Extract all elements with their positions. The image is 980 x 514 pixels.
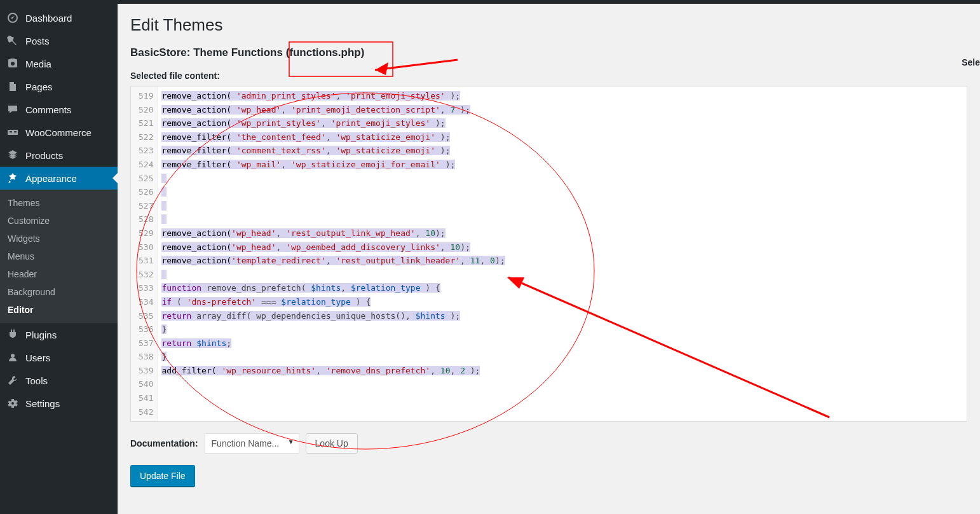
code-line[interactable]: remove_filter( 'comment_text_rss', 'wp_s… bbox=[161, 144, 963, 158]
code-line[interactable] bbox=[161, 268, 963, 282]
code-line[interactable]: function remove_dns_prefetch( $hints, $r… bbox=[161, 281, 963, 295]
submenu-item-widgets[interactable]: Widgets bbox=[0, 230, 118, 247]
code-line[interactable]: remove_action( 'wp_print_styles', 'print… bbox=[161, 116, 963, 130]
line-number: 527 bbox=[139, 199, 153, 213]
code-line[interactable]: add_filter( 'wp_resource_hints', 'remove… bbox=[161, 364, 963, 378]
sidebar-item-settings[interactable]: Settings bbox=[0, 392, 118, 415]
line-number: 538 bbox=[139, 350, 153, 364]
code-line[interactable]: remove_action( 'wp_head', 'print_emoji_d… bbox=[161, 103, 963, 117]
documentation-row: Documentation: Function Name... Look Up bbox=[130, 433, 967, 454]
documentation-label: Documentation: bbox=[130, 438, 198, 448]
line-number: 532 bbox=[139, 268, 153, 282]
line-number: 536 bbox=[139, 323, 153, 337]
sidebar-item-products[interactable]: Products bbox=[0, 144, 118, 167]
line-number: 535 bbox=[139, 309, 153, 323]
sidebar-item-posts[interactable]: Posts bbox=[0, 29, 118, 52]
line-number: 523 bbox=[139, 144, 153, 158]
code-line[interactable]: return $hints; bbox=[161, 337, 963, 351]
line-number: 530 bbox=[139, 240, 153, 254]
file-title: BasicStore: Theme Functions (functions.p… bbox=[130, 46, 967, 59]
admin-sidebar: DashboardPostsMediaPagesCommentsWooComme… bbox=[0, 4, 118, 514]
sidebar-item-label: Dashboard bbox=[25, 13, 72, 24]
line-number: 522 bbox=[139, 130, 153, 144]
line-number: 519 bbox=[139, 89, 153, 103]
sidebar-item-label: Products bbox=[25, 150, 63, 161]
sidebar-item-label: Tools bbox=[25, 375, 48, 386]
sidebar-item-plugins[interactable]: Plugins bbox=[0, 323, 118, 346]
sidebar-item-pages[interactable]: Pages bbox=[0, 75, 118, 98]
code-line[interactable]: remove_action('wp_head', 'wp_oembed_add_… bbox=[161, 240, 963, 254]
code-line[interactable]: remove_action('wp_head', 'rest_output_li… bbox=[161, 226, 963, 240]
main-content: Edit Themes BasicStore: Theme Functions … bbox=[118, 4, 980, 514]
line-number: 540 bbox=[139, 377, 153, 391]
line-number: 531 bbox=[139, 254, 153, 268]
code-line[interactable] bbox=[161, 172, 963, 186]
code-line[interactable] bbox=[161, 212, 963, 226]
appearance-icon bbox=[6, 172, 19, 184]
line-number: 529 bbox=[139, 226, 153, 240]
line-number: 528 bbox=[139, 212, 153, 226]
update-file-button[interactable]: Update File bbox=[130, 465, 195, 487]
sidebar-item-comments[interactable]: Comments bbox=[0, 98, 118, 121]
code-line[interactable]: if ( 'dns-prefetch' === $relation_type )… bbox=[161, 295, 963, 309]
sidebar-item-dashboard[interactable]: Dashboard bbox=[0, 6, 118, 29]
sidebar-item-label: Plugins bbox=[25, 330, 57, 340]
sidebar-item-users[interactable]: Users bbox=[0, 346, 118, 369]
submenu-item-background[interactable]: Background bbox=[0, 283, 118, 301]
submenu-item-themes[interactable]: Themes bbox=[0, 194, 118, 212]
line-number: 526 bbox=[139, 185, 153, 199]
svg-line-2 bbox=[375, 60, 458, 70]
line-number: 524 bbox=[139, 158, 153, 172]
plugins-icon bbox=[6, 328, 19, 341]
code-line[interactable]: remove_action( 'admin_print_styles', 'pr… bbox=[161, 89, 963, 103]
sidebar-item-label: WooCommerce bbox=[25, 127, 92, 138]
code-editor[interactable]: 5195205215225235245255265275285295305315… bbox=[130, 86, 967, 422]
sidebar-item-tools[interactable]: Tools bbox=[0, 369, 118, 392]
pin-icon bbox=[6, 34, 19, 47]
code-line[interactable] bbox=[161, 377, 963, 391]
tools-icon bbox=[6, 374, 19, 387]
pages-icon bbox=[6, 80, 19, 93]
function-select[interactable]: Function Name... bbox=[205, 433, 299, 454]
code-line[interactable] bbox=[161, 199, 963, 213]
line-number: 521 bbox=[139, 116, 153, 130]
content-label: Selected file content: bbox=[130, 71, 967, 81]
line-gutter: 5195205215225235245255265275285295305315… bbox=[131, 87, 158, 421]
sidebar-item-label: Pages bbox=[25, 81, 53, 92]
code-line[interactable]: remove_action('template_redirect', 'rest… bbox=[161, 254, 963, 268]
code-line[interactable] bbox=[161, 405, 963, 419]
code-line[interactable] bbox=[161, 185, 963, 199]
dashboard-icon bbox=[6, 11, 19, 24]
sidebar-item-label: Posts bbox=[25, 36, 50, 46]
sidebar-item-media[interactable]: Media bbox=[0, 52, 118, 75]
sidebar-item-woocommerce[interactable]: WooCommerce bbox=[0, 121, 118, 144]
select-theme-label: Sele bbox=[962, 57, 980, 67]
appearance-submenu: ThemesCustomizeWidgetsMenusHeaderBackgro… bbox=[0, 190, 118, 323]
submenu-item-editor[interactable]: Editor bbox=[0, 301, 118, 319]
code-line[interactable]: remove_filter( 'wp_mail', 'wp_staticize_… bbox=[161, 158, 963, 172]
page-title: Edit Themes bbox=[130, 15, 967, 35]
comments-icon bbox=[6, 103, 19, 116]
code-line[interactable]: } bbox=[161, 350, 963, 364]
media-icon bbox=[6, 57, 19, 70]
submenu-item-menus[interactable]: Menus bbox=[0, 247, 118, 265]
sidebar-item-label: Settings bbox=[25, 398, 60, 409]
submenu-item-customize[interactable]: Customize bbox=[0, 212, 118, 230]
line-number: 541 bbox=[139, 391, 153, 405]
code-line[interactable] bbox=[161, 391, 963, 405]
line-number: 525 bbox=[139, 172, 153, 186]
woo-icon bbox=[6, 126, 19, 139]
line-number: 539 bbox=[139, 364, 153, 378]
users-icon bbox=[6, 351, 19, 364]
sidebar-item-label: Comments bbox=[25, 104, 72, 115]
lookup-button[interactable]: Look Up bbox=[306, 433, 358, 454]
code-line[interactable]: return array_diff( wp_dependencies_uniqu… bbox=[161, 309, 963, 323]
sidebar-item-appearance[interactable]: Appearance bbox=[0, 167, 118, 190]
products-icon bbox=[6, 149, 19, 162]
submenu-item-header[interactable]: Header bbox=[0, 265, 118, 283]
code-area[interactable]: remove_action( 'admin_print_styles', 'pr… bbox=[158, 87, 967, 421]
line-number: 542 bbox=[139, 405, 153, 419]
sidebar-item-label: Appearance bbox=[25, 173, 77, 184]
code-line[interactable]: remove_filter( 'the_content_feed', 'wp_s… bbox=[161, 130, 963, 144]
code-line[interactable]: } bbox=[161, 323, 963, 337]
